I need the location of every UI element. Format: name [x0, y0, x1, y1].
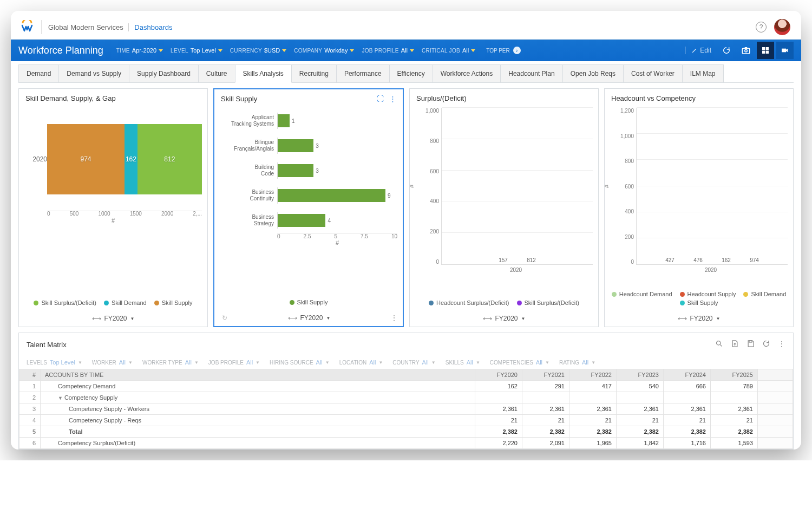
grid-view-icon[interactable]	[757, 42, 774, 59]
svg-rect-4	[762, 51, 765, 54]
svg-rect-2	[762, 47, 765, 50]
matrix-filter-job-profile[interactable]: JOB PROFILEAll▼	[208, 359, 260, 366]
card-title: Surplus/(Deficit)	[416, 94, 466, 102]
svg-rect-3	[766, 47, 769, 50]
card-title: Skill Supply	[221, 95, 257, 103]
refresh-icon[interactable]	[718, 42, 735, 59]
matrix-filter-worker[interactable]: WORKERAll▼	[92, 359, 133, 366]
tabs: DemandDemand vs SupplySupply DashboardCu…	[18, 64, 794, 83]
filter-pager: TOP PER ›	[486, 47, 521, 54]
filter-job-profile[interactable]: JOB PROFILEAll	[362, 47, 414, 54]
tab-demand-vs-supply[interactable]: Demand vs Supply	[58, 64, 129, 82]
svg-point-1	[745, 50, 748, 53]
matrix-filter-competencies[interactable]: COMPETENCIESAll▼	[490, 359, 549, 366]
table-row: 1Competency Demand162291417540666789	[19, 381, 793, 392]
table-row: 6Competency Surplus/(Deficit)2,2202,0911…	[19, 438, 793, 449]
matrix-filter-worker-type[interactable]: WORKER TYPEAll▼	[142, 359, 199, 366]
pager-next-icon[interactable]: ›	[513, 47, 521, 54]
more-filters-label: TOP PER	[486, 48, 510, 54]
card-title: Skill Demand, Supply, & Gap	[25, 94, 116, 102]
tab-performance[interactable]: Performance	[336, 64, 390, 82]
tab-efficiency[interactable]: Efficiency	[389, 64, 433, 82]
fy-selector[interactable]: FY2020	[690, 315, 713, 322]
fy-selector[interactable]: FY2020	[104, 315, 127, 322]
card-skill-supply: Skill Supply ⛶⋮ ApplicantTracking System…	[213, 88, 404, 327]
filter-currency[interactable]: CURRENCY$USD	[230, 47, 286, 54]
card-headcount-comp: Headcount vs Competency #1,2001,00080060…	[604, 88, 794, 327]
card-menu-icon[interactable]: ⋮	[389, 95, 396, 103]
page-title: Workforce Planning	[18, 45, 103, 56]
card-surplus-deficit: Surplus/(Deficit) #1,0008006004002000157…	[409, 88, 599, 327]
save-icon[interactable]	[746, 340, 755, 349]
card-skill-gap: Skill Demand, Supply, & Gap 202097416281…	[18, 88, 208, 327]
matrix-filter-skills[interactable]: SKILLSAll▼	[446, 359, 480, 366]
filter-company[interactable]: COMPANYWorkday	[294, 47, 354, 54]
svg-rect-0	[742, 48, 750, 54]
matrix-filter-country[interactable]: COUNTRYAll▼	[392, 359, 435, 366]
fy-selector[interactable]: FY2020	[495, 315, 518, 322]
search-icon[interactable]	[715, 340, 723, 349]
app-window: Global Modern Services Dashboards ? Work…	[11, 11, 801, 450]
tab-demand[interactable]: Demand	[18, 64, 59, 82]
expand-icon[interactable]: ⛶	[377, 95, 384, 103]
filter-critical-job[interactable]: CRITICAL JOBAll	[422, 47, 475, 54]
tab-open-job-reqs[interactable]: Open Job Reqs	[562, 64, 624, 82]
tab-ilm-map[interactable]: ILM Map	[682, 64, 724, 82]
org-label: Global Modern Services	[48, 23, 123, 31]
table-row: 4Competency Supply - Reqs212121212121	[19, 415, 793, 426]
card-more-icon[interactable]: ⋮	[391, 314, 397, 322]
user-avatar[interactable]	[774, 19, 790, 35]
tab-workforce-actions[interactable]: Workforce Actions	[433, 64, 501, 82]
svg-rect-6	[782, 49, 786, 53]
matrix-filter-levels[interactable]: LEVELSTop Level▼	[27, 359, 82, 366]
export-icon[interactable]	[731, 340, 739, 349]
tab-culture[interactable]: Culture	[198, 64, 235, 82]
breadcrumb: Global Modern Services Dashboards	[48, 23, 172, 31]
filter-level[interactable]: LEVELTop Level	[171, 47, 222, 54]
svg-rect-5	[766, 51, 769, 54]
matrix-title: Talent Matrix	[27, 341, 67, 349]
tab-skills-analysis[interactable]: Skills Analysis	[235, 64, 292, 83]
edit-button[interactable]: Edit	[685, 47, 711, 54]
table-row: 3Competency Supply - Workers2,3612,3612,…	[19, 403, 793, 415]
breadcrumb-link[interactable]: Dashboards	[128, 23, 172, 31]
matrix-filter-location[interactable]: LOCATIONAll▼	[339, 359, 383, 366]
card-title: Headcount vs Competency	[611, 94, 696, 102]
more-icon[interactable]: ⋮	[778, 340, 785, 349]
workday-logo-icon	[21, 20, 42, 34]
top-bar: Global Modern Services Dashboards ?	[11, 11, 801, 40]
help-icon[interactable]: ?	[756, 22, 767, 32]
svg-rect-8	[749, 341, 752, 342]
table-row: 2▼Competency Supply	[19, 392, 793, 403]
svg-point-7	[717, 341, 721, 346]
table-row: 5Total2,3822,3822,3822,3822,3822,382	[19, 426, 793, 438]
talent-matrix-panel: Talent Matrix ⋮ LEVELSTop Level▼WORKERAl…	[18, 333, 794, 450]
filter-time[interactable]: TIMEApr-2020	[116, 47, 163, 54]
matrix-filter-rating[interactable]: RATINGAll▼	[559, 359, 595, 366]
pencil-icon	[691, 47, 698, 54]
video-icon[interactable]	[776, 42, 794, 59]
refresh-icon[interactable]	[762, 340, 770, 349]
filter-bar: Workforce Planning TIMEApr-2020LEVELTop …	[11, 40, 801, 61]
talent-matrix-table: #ACCOUNTS BY TIMEFY2020FY2021FY2022FY202…	[19, 369, 793, 449]
tab-cost-of-worker[interactable]: Cost of Worker	[623, 64, 683, 82]
tab-supply-dashboard[interactable]: Supply Dashboard	[129, 64, 199, 82]
tab-headcount-plan[interactable]: Headcount Plan	[500, 64, 562, 82]
tab-recruiting[interactable]: Recruiting	[291, 64, 337, 82]
history-icon[interactable]: ↻	[222, 314, 227, 322]
matrix-filter-hiring-source[interactable]: HIRING SOURCEAll▼	[270, 359, 330, 366]
fy-selector[interactable]: FY2020	[300, 314, 323, 322]
camera-icon[interactable]	[737, 42, 755, 59]
chart-cards: Skill Demand, Supply, & Gap 202097416281…	[11, 83, 801, 333]
